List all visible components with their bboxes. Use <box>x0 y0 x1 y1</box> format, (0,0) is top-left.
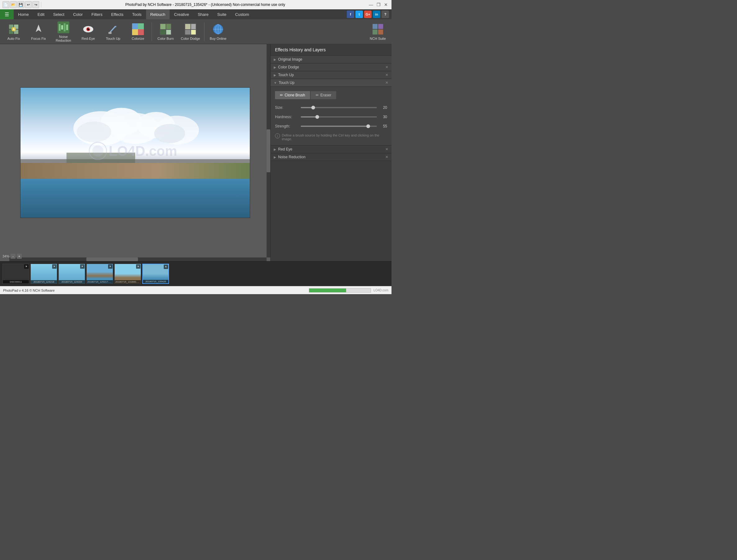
eraser-tab[interactable]: ✏ Eraser <box>311 91 336 99</box>
svg-rect-9 <box>61 25 63 30</box>
strength-slider-thumb[interactable] <box>366 124 370 128</box>
filmstrip-thumb-3[interactable]: ✕ 20180715_125217-Pano <box>86 264 113 284</box>
thumb-close-5[interactable]: ✕ <box>164 265 168 269</box>
canvas-area[interactable]: LO4D.com 34% - + <box>0 44 270 261</box>
menu-select[interactable]: Select <box>49 9 69 19</box>
svg-rect-8 <box>59 24 61 31</box>
google-btn[interactable]: G+ <box>364 11 371 18</box>
colorize-button[interactable]: Colorize <box>126 20 150 44</box>
zoom-out-btn[interactable]: - <box>11 254 16 259</box>
expand-arrow-red-eye: ▶ <box>274 148 276 151</box>
svg-text:A: A <box>12 28 15 31</box>
linkedin-btn[interactable]: in <box>373 11 380 18</box>
effect-color-dodge[interactable]: ▶ Color Dodge ✕ <box>271 63 391 71</box>
color-dodge-button[interactable]: Color Dodge <box>178 20 203 44</box>
remove-red-eye[interactable]: ✕ <box>385 147 388 151</box>
effect-original-image[interactable]: ▶ Original Image <box>271 56 391 63</box>
red-eye-button[interactable]: Red-Eye <box>76 20 101 44</box>
thumb-close-4[interactable]: ✕ <box>136 264 141 269</box>
menu-custom[interactable]: Custom <box>231 9 254 19</box>
strength-slider-track[interactable] <box>301 126 377 127</box>
remove-color-dodge[interactable]: ✕ <box>385 65 388 69</box>
clone-brush-tab[interactable]: ✏ Clone Brush <box>275 91 310 99</box>
quick-access-toolbar: 📄 📂 💾 ↩ ↪ <box>2 1 43 8</box>
thumb-close-0[interactable]: ✕ <box>24 264 29 269</box>
svg-point-15 <box>89 28 90 29</box>
thumb-close-1[interactable]: ✕ <box>52 264 57 269</box>
save-btn[interactable]: 💾 <box>17 1 24 8</box>
zoom-in-btn[interactable]: + <box>17 254 22 259</box>
vertical-scrollbar[interactable] <box>267 44 270 257</box>
facebook-btn[interactable]: f <box>347 11 354 18</box>
colorize-label: Colorize <box>132 37 144 40</box>
menu-share[interactable]: Share <box>193 9 213 19</box>
minimize-btn[interactable]: — <box>368 2 374 8</box>
hardness-slider-thumb[interactable] <box>316 115 319 119</box>
remove-touch-up-1[interactable]: ✕ <box>385 73 388 77</box>
menu-home[interactable]: Home <box>14 9 33 19</box>
hamburger-menu[interactable]: ☰ <box>0 9 14 19</box>
filmstrip-thumb-4[interactable]: ✕ 20180715_131840-Pano <box>114 264 141 284</box>
color-burn-label: Color Burn <box>158 37 174 40</box>
maximize-btn[interactable]: ❐ <box>375 2 381 8</box>
menu-edit[interactable]: Edit <box>33 9 49 19</box>
horizontal-scrollbar[interactable] <box>9 257 267 261</box>
right-panel: Effects History and Layers ▶ Original Im… <box>270 44 391 261</box>
brush-tabs: ✏ Clone Brush ✏ Eraser <box>275 91 387 99</box>
noise-reduction-button[interactable]: Noise Reduction <box>51 20 76 44</box>
menu-suite[interactable]: Suite <box>213 9 231 19</box>
hardness-label: Hardness: <box>275 115 298 119</box>
buy-online-button[interactable]: Buy Online <box>206 20 231 44</box>
vertical-scrollbar-thumb[interactable] <box>267 129 270 172</box>
touch-up-button[interactable]: Touch Up <box>101 20 126 44</box>
menu-creative[interactable]: Creative <box>170 9 193 19</box>
nch-suite-button[interactable]: NCH Suite <box>366 20 390 44</box>
open-btn[interactable]: 📂 <box>10 1 17 8</box>
size-slider-thumb[interactable] <box>311 106 315 109</box>
thumb-name-1: 20180715_124218 <box>31 280 57 284</box>
filmstrip-thumb-0[interactable]: ✕ DSC00011 <box>2 264 29 284</box>
twitter-btn[interactable]: t <box>356 11 363 18</box>
close-btn[interactable]: ✕ <box>383 2 389 8</box>
auto-fix-button[interactable]: A Auto Fix <box>1 20 26 44</box>
remove-touch-up-2[interactable]: ✕ <box>385 81 388 85</box>
menu-filters[interactable]: Filters <box>87 9 107 19</box>
menu-retouch[interactable]: Retouch <box>146 9 170 19</box>
effect-touch-up-1[interactable]: ▶ Touch Up ✕ <box>271 71 391 79</box>
color-burn-button[interactable]: Color Burn <box>153 20 178 44</box>
svg-marker-6 <box>36 25 41 32</box>
thumb-close-3[interactable]: ✕ <box>108 264 113 269</box>
eraser-label: Eraser <box>320 93 331 97</box>
remove-noise[interactable]: ✕ <box>385 155 388 159</box>
filmstrip: ✕ DSC00011 ✕ 20180715_124218 ✕ 20180715_… <box>0 261 391 286</box>
expand-arrow-touch-up-1: ▶ <box>274 73 276 77</box>
expand-arrow-touch-up-2: ▼ <box>274 81 277 85</box>
redo-btn[interactable]: ↪ <box>32 1 39 8</box>
help-btn[interactable]: ? <box>381 11 389 18</box>
effect-touch-up-2[interactable]: ▼ Touch Up ✕ <box>271 79 391 87</box>
window-controls: — ❐ ✕ <box>368 2 389 8</box>
expand-arrow-original: ▶ <box>274 58 276 61</box>
new-btn[interactable]: 📄 <box>2 1 9 8</box>
status-bar: PhotoPad v 4.16 © NCH Software LO4D.com <box>0 286 391 294</box>
size-slider-track[interactable] <box>301 107 377 108</box>
undo-btn[interactable]: ↩ <box>25 1 32 8</box>
strength-label: Strength: <box>275 124 298 128</box>
effect-label-noise: Noise Reduction <box>278 155 306 159</box>
effect-red-eye[interactable]: ▶ Red Eye ✕ <box>271 146 391 153</box>
focus-fix-button[interactable]: Focus Fix <box>26 20 51 44</box>
hardness-slider-track[interactable] <box>301 116 377 118</box>
effect-noise-reduction[interactable]: ▶ Noise Reduction ✕ <box>271 153 391 161</box>
menu-color[interactable]: Color <box>69 9 87 19</box>
filmstrip-thumb-5[interactable]: ✕ 20180715_135426 <box>142 264 169 284</box>
filmstrip-thumb-1[interactable]: ✕ 20180715_124218 <box>30 264 57 284</box>
menu-tools[interactable]: Tools <box>128 9 146 19</box>
thumb-name-2: 20180715_124334 <box>59 280 85 284</box>
filmstrip-thumb-2[interactable]: ✕ 20180715_124334 <box>58 264 85 284</box>
menu-effects[interactable]: Effects <box>107 9 128 19</box>
horizontal-scrollbar-thumb[interactable] <box>86 257 138 261</box>
svg-rect-21 <box>138 23 144 29</box>
thumb-close-2[interactable]: ✕ <box>80 264 85 269</box>
color-dodge-label: Color Dodge <box>181 37 200 40</box>
focus-fix-label: Focus Fix <box>31 37 46 40</box>
